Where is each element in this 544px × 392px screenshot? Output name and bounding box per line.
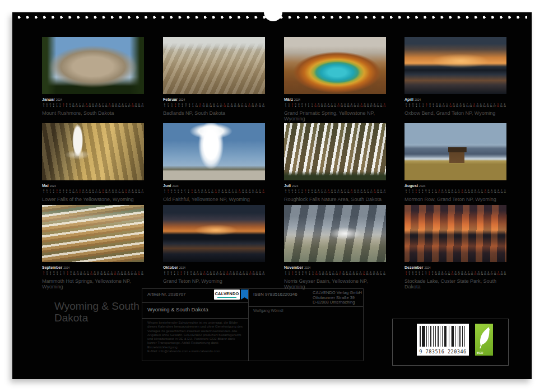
mini-calendar-juli: Juli2024M1D2M3D4F5S6S7M8D9M10D11F12S13S1… [284,184,386,194]
mini-calendar-month-label: Mai2024 [42,184,144,188]
day-cell: S30 [383,271,386,276]
photo-caption: Mount Rushmore, South Dakota [42,110,144,116]
mini-calendar-year: 2024 [179,266,185,269]
mini-calendar-month-label: September2024 [42,265,144,270]
photo-caption: Roughlock Falls Nature Area, South Dakot… [284,197,386,202]
barcode: 9 783516 220346 [417,324,469,356]
day-cell: D29 [262,103,265,108]
mini-calendar-month-label: Juni2024 [163,184,265,188]
mini-calendar-februar: Februar2024D1F2S3S4M5D6M7D8F9S10S11M12D1… [163,97,265,108]
photo-lower-falls [42,123,144,180]
photo-norris-geyser-basin [284,205,386,262]
mini-calendar-month-label: März2024 [284,97,386,102]
mini-calendar-year: 2024 [304,266,310,269]
legal-fine-print: Wegen bestehender Schutzrechte ist es un… [147,321,244,353]
photo-stockade-lake-sunset [404,205,506,262]
table-border-top [142,288,363,289]
photo-teton-sunset [163,205,265,262]
mini-calendar-days-row: S1S2M3D4M5D6F7S8S9M10D11M12D13F14S15S16M… [163,189,265,194]
photo-caption: Mormon Row, Grand Teton NP, Wyoming [404,197,506,202]
mini-calendar-januar: Januar2024M1D2M3D4F5S6S7M8D9M10D11F12S13… [42,97,144,108]
photo-caption: Stockade Lake, Custer State Park, South … [404,278,506,290]
month-tile-august: August2024D1F2S3S4M5D6M7D8F9S10S11M12D13… [404,123,506,202]
month-tile-juli: Juli2024M1D2M3D4F5S6S7M8D9M10D11F12S13S1… [284,123,386,202]
day-cell: M30 [141,271,144,276]
mini-calendar-august: August2024D1F2S3S4M5D6M7D8F9S10S11M12D13… [404,184,506,194]
mini-calendar-year: 2024 [63,266,69,269]
month-tile-april: April2024M1D2M3D4F5S6S7M8D9M10D11F12S13S… [404,37,506,116]
photo-badlands [163,37,265,94]
mini-calendar-märz: März2024F1S2S3M4D5M6D7F8S9S10M11D12M13D1… [284,97,386,108]
calvendo-logo-tagline [217,297,236,298]
mini-calendar-days-row: D1F2S3S4M5D6M7D8F9S10S11M12D13M14D15F16S… [404,189,506,194]
photo-grand-prismatic [284,37,386,94]
month-tile-november: November2024F1S2S3M4D5M6D7F8S9S10M11D12M… [284,205,386,290]
table-divider-3 [248,306,363,307]
photo-mount-rushmore [42,37,144,94]
month-tile-juni: Juni2024S1S2M3D4M5D6F7S8S9M10D11M12D13F1… [163,123,265,202]
mini-calendar-november: November2024F1S2S3M4D5M6D7F8S9S10M11D12M… [284,265,386,276]
month-tile-februar: Februar2024D1F2S3S4M5D6M7D8F9S10S11M12D1… [163,37,265,116]
mini-calendar-dezember: Dezember2024S1M2D3M4D5F6S7S8M9D10M11D12F… [404,265,506,276]
day-cell: D30 [503,103,506,108]
mini-calendar-days-row: F1S2S3M4D5M6D7F8S9S10M11D12M13D14F15S16S… [284,271,386,276]
mini-calendar-month-label: Juli2024 [284,184,386,188]
month-tile-oktober: Oktober2024D1M2D3F4S5S6M7D8M9D10F11S12S1… [163,205,265,284]
day-cell: F31 [141,189,144,194]
photo-roughlock-falls [284,123,386,180]
mini-calendar-days-row: M1D2F3S4S5M6D7M8D9F10S11S12M13D14M15D16F… [42,189,144,194]
mini-calendar-year: 2024 [50,184,56,188]
table-divider-1 [142,302,248,303]
month-tile-januar: Januar2024M1D2M3D4F5S6S7M8D9M10D11F12S13… [42,37,144,116]
photo-caption: Old Faithful, Yellowstone NP, Wyoming [163,197,265,202]
title-cell: Wyoming & South Dakota [147,306,208,312]
mini-calendar-month-label: Oktober2024 [163,265,265,270]
publisher-address: CALVENDO Verlag GmbH Ottobrunner Straße … [313,291,362,305]
photo-caption: Norris Geyser Basin, Yellowstone NP, Wyo… [284,278,386,290]
day-cell: D31 [262,271,265,276]
mini-calendar-juni: Juni2024S1S2M3D4M5D6F7S8S9M10D11M12D13F1… [163,184,265,194]
mini-calendar-days-row: D1F2S3S4M5D6M7D8F9S10S11M12D13M14D15F16S… [163,103,265,108]
mini-calendar-month-label: Februar2024 [163,97,265,102]
mini-calendar-days-row: D1M2D3F4S5S6M7D8M9D10F11S12S13M14D15M16D… [163,271,265,276]
calendar-title: Wyoming & South Dakota [54,300,147,324]
barcode-bars [420,326,466,347]
photo-mammoth-hot-springs [42,205,144,262]
day-cell: M31 [383,189,386,194]
day-cell: S31 [503,189,506,194]
day-cell: D31 [503,271,506,276]
calvendo-logo-word: CALVENDO [215,292,239,296]
mini-calendar-days-row: F1S2S3M4D5M6D7F8S9S10M11D12M13D14F15S16S… [284,103,386,108]
mini-calendar-year: 2024 [292,184,298,188]
day-cell: S30 [262,189,265,194]
mini-calendar-year: 2024 [179,98,185,101]
table-border-left [142,288,142,361]
photo-caption: Badlands NP, South Dakota [163,110,265,116]
mini-calendar-year: 2024 [172,184,178,188]
mini-calendar-days-row: M1D2M3D4F5S6S7M8D9M10D11F12S13S14M15D16M… [404,103,506,108]
photo-caption: Grand Prismatic Spring, Yellowstone NP, … [284,110,386,122]
month-tile-dezember: Dezember2024S1M2D3M4D5F6S7S8M9D10M11D12F… [404,205,506,290]
mini-calendar-april: April2024M1D2M3D4F5S6S7M8D9M10D11F12S13S… [404,97,506,108]
mini-calendar-days-row: M1D2M3D4F5S6S7M8D9M10D11F12S13S14M15D16M… [42,103,144,108]
mini-calendar-days-row: S1M2D3M4D5F6S7S8M9D10M11D12F13S14S15M16D… [42,271,144,276]
table-border-mid [248,288,249,361]
table-divider-2 [142,318,248,319]
mini-calendar-oktober: Oktober2024D1M2D3F4S5S6M7D8M9D10F11S12S1… [163,265,265,276]
month-tile-mai: Mai2024M1D2F3S4S5M6D7M8D9F10S11S12M13D14… [42,123,144,202]
eco-badge: eco [475,324,493,356]
mini-calendar-september: September2024S1M2D3M4D5F6S7S8M9D10M11D12… [42,265,144,276]
mini-calendar-mai: Mai2024M1D2F3S4S5M6D7M8D9F10S11S12M13D14… [42,184,144,194]
photo-caption: Oxbow Bend, Grand Teton NP, Wyoming [404,110,506,116]
photo-old-faithful [163,123,265,180]
eco-label: eco [477,351,483,354]
article-number: Artikel-Nr. 2036707 [147,292,185,297]
mini-calendar-month-label: Januar2024 [42,97,144,102]
month-tile-märz: März2024F1S2S3M4D5M6D7F8S9S10M11D12M13D1… [284,37,386,122]
day-cell: M31 [141,103,144,108]
mini-calendar-days-row: M1D2M3D4F5S6S7M8D9M10D11F12S13S14M15D16M… [284,189,386,194]
photo-caption: Mammoth Hot Springs, Yellowstone NP, Wyo… [42,278,144,290]
mini-calendar-month-label: April2024 [404,97,506,102]
mini-calendar-year: 2024 [424,266,430,269]
photo-mormon-row [404,123,506,180]
